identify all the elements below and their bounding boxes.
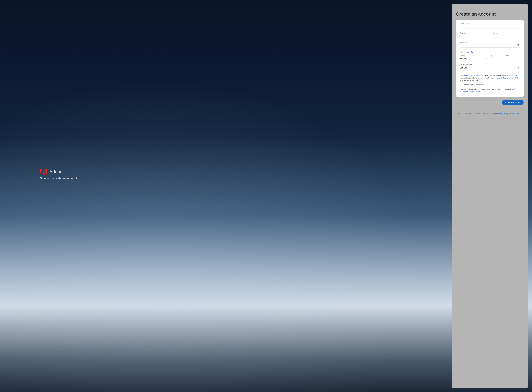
month-select[interactable]: January bbox=[460, 57, 488, 61]
country-value: Canada bbox=[460, 67, 467, 69]
brand-tagline: Sign in or create an account bbox=[40, 177, 77, 180]
adobe-logo-icon bbox=[40, 168, 47, 175]
signup-panel: Create an account Email address First na… bbox=[452, 4, 528, 388]
dob-label: Date of birth bbox=[460, 51, 469, 53]
year-label: Year bbox=[506, 55, 520, 57]
email-label: Email address bbox=[460, 23, 520, 25]
first-name-group: First name bbox=[460, 32, 488, 38]
marketing-disclosure: The Adobe family of companies may keep m… bbox=[460, 74, 520, 82]
dob-info-icon[interactable]: i bbox=[471, 51, 473, 53]
email-group: Email address bbox=[460, 23, 520, 29]
privacy-policy-link-2[interactable]: Privacy Policy bbox=[469, 91, 480, 93]
chevron-down-icon bbox=[486, 57, 488, 60]
agree-disclosure: By clicking Create account, I agree that… bbox=[460, 88, 520, 93]
month-value: January bbox=[460, 57, 467, 60]
google-privacy-link[interactable]: Privacy Policy bbox=[497, 113, 508, 115]
password-group: Password bbox=[460, 42, 520, 47]
email-input[interactable] bbox=[460, 25, 520, 29]
day-input[interactable] bbox=[490, 57, 504, 61]
privacy-policy-link[interactable]: Privacy Policy bbox=[495, 77, 506, 79]
country-label: Country/Region bbox=[460, 64, 520, 66]
brand-name: Adobe bbox=[49, 169, 63, 174]
contact-email-checkbox[interactable] bbox=[460, 84, 462, 86]
contact-email-label: Please contact me via email bbox=[463, 84, 485, 86]
toggle-password-visibility-icon[interactable] bbox=[517, 43, 520, 47]
year-input[interactable] bbox=[506, 57, 520, 61]
last-name-input[interactable] bbox=[492, 34, 520, 38]
form-card: Email address First name Last name Passw… bbox=[456, 20, 524, 97]
first-name-input[interactable] bbox=[460, 34, 488, 38]
svg-marker-2 bbox=[42, 171, 45, 175]
password-input[interactable] bbox=[460, 43, 520, 47]
month-label: Month bbox=[460, 55, 488, 57]
chevron-down-icon bbox=[518, 67, 520, 69]
password-label: Password bbox=[460, 42, 520, 43]
country-select[interactable]: Canada bbox=[460, 66, 520, 70]
create-account-button[interactable]: Create account bbox=[502, 100, 524, 105]
page-title: Create an account bbox=[456, 11, 524, 17]
last-name-group: Last name bbox=[492, 32, 520, 38]
adobe-family-link[interactable]: Adobe family of companies bbox=[463, 74, 484, 76]
first-name-label: First name bbox=[460, 32, 488, 34]
brand-panel: Adobe Sign in or create an account bbox=[40, 168, 77, 180]
last-name-label: Last name bbox=[492, 32, 520, 34]
svg-marker-0 bbox=[40, 169, 43, 175]
recaptcha-notice: Protected by reCAPTCHA and subject to th… bbox=[456, 112, 524, 118]
day-label: Day bbox=[490, 55, 504, 57]
personalized-link[interactable]: personalized bbox=[507, 74, 517, 76]
